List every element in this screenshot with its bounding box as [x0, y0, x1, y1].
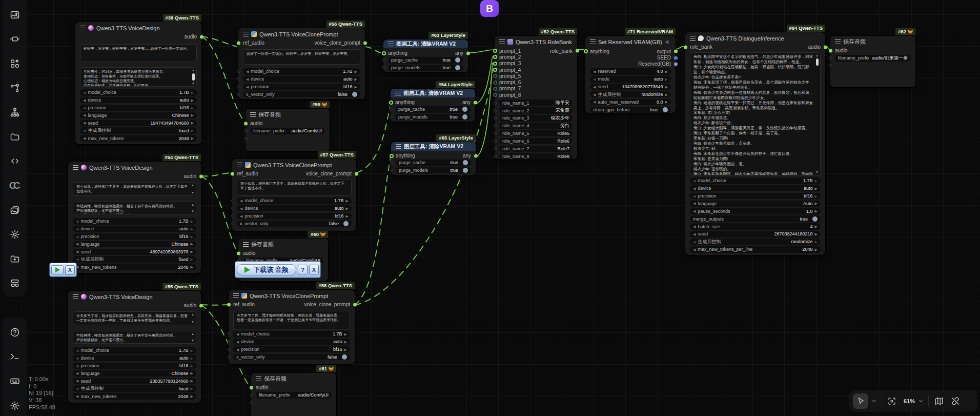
widget-max_new_tokens[interactable]: ◀max_new_tokens2048▶ — [73, 393, 196, 400]
widget-batch_size[interactable]: ◀batch_size4▶ — [690, 223, 821, 230]
decrement-icon[interactable]: ◀ — [246, 85, 249, 89]
scroll-down-icon[interactable]: ▼ — [191, 191, 194, 195]
widget-role_name_2[interactable]: role_name_2宋集薪 — [499, 107, 573, 114]
sidebar-item-gear[interactable] — [3, 393, 27, 416]
increment-icon[interactable]: ▶ — [815, 179, 818, 183]
toggle-knob[interactable] — [663, 107, 668, 112]
toggle-knob[interactable] — [342, 354, 347, 360]
increment-icon[interactable]: ▶ — [191, 220, 193, 223]
menu-icon[interactable] — [243, 242, 249, 247]
decrement-icon[interactable]: ◀ — [246, 70, 249, 73]
decrement-icon[interactable]: ◀ — [693, 248, 696, 251]
node-63[interactable]: #63 LayerStyle图层工具: 清除VRAM V2anythingany… — [383, 39, 468, 72]
output-dot[interactable] — [474, 154, 478, 157]
input-socket[interactable] — [228, 332, 231, 335]
widget-max_new_tokens_per_line[interactable]: ◀max_new_tokens_per_line2048▶ — [690, 246, 821, 253]
scrollbar[interactable]: ▲▼ — [191, 203, 195, 213]
input-dot[interactable] — [237, 41, 240, 45]
input-socket[interactable] — [494, 109, 497, 112]
toggle-knob[interactable] — [463, 168, 468, 173]
scroll-thumb[interactable] — [192, 73, 195, 81]
node-titlebar[interactable]: 图层工具: 清除VRAM V2 — [383, 39, 468, 48]
widget-merge_outputs[interactable]: merge_outputstrue — [690, 215, 821, 222]
node-titlebar[interactable]: Qwen3-TTS VoiceClonePrompt — [238, 28, 365, 39]
increment-icon[interactable]: ▶ — [665, 70, 668, 73]
increment-icon[interactable]: ▶ — [346, 214, 349, 218]
decrement-icon[interactable]: ◀ — [236, 340, 239, 344]
menu-icon[interactable] — [250, 112, 256, 117]
increment-icon[interactable]: ▶ — [665, 77, 668, 81]
decrement-icon[interactable]: ◀ — [240, 207, 242, 210]
sidebar-item-layout[interactable] — [3, 271, 27, 296]
menu-icon[interactable] — [73, 165, 78, 170]
decrement-icon[interactable]: ◀ — [593, 85, 596, 89]
node-link[interactable] — [676, 46, 684, 49]
increment-icon[interactable]: ▶ — [191, 235, 193, 239]
scroll-thumb[interactable] — [816, 58, 819, 66]
scroll-up-icon[interactable]: ▲ — [191, 203, 194, 207]
input-dot[interactable] — [493, 68, 497, 72]
increment-icon[interactable]: ▶ — [815, 232, 818, 236]
widget-role_name_1[interactable]: role_name_1陈平安 — [499, 100, 573, 106]
increment-icon[interactable]: ▶ — [191, 387, 193, 390]
widget-生成后控制[interactable]: ◀生成后控制fixed▶ — [73, 256, 196, 263]
input-socket[interactable] — [244, 137, 248, 140]
bizyair-logo-button[interactable]: B — [480, 0, 499, 17]
decrement-icon[interactable]: ◀ — [83, 98, 86, 102]
increment-icon[interactable]: ▶ — [344, 348, 347, 351]
widget-auto_max_reserved[interactable]: ◀auto_max_reserved0.0▶ — [590, 99, 671, 106]
menu-icon[interactable] — [256, 377, 261, 381]
text-widget[interactable]: 碎碎平，岁岁安，碎碎平安，岁岁平安......说好了一封信一文钱的。 — [80, 44, 197, 62]
input-dot[interactable] — [584, 49, 588, 53]
scroll-up-icon[interactable]: ▲ — [192, 69, 195, 72]
sidebar-item-folder-plus[interactable] — [3, 247, 27, 271]
widget-role_name_6[interactable]: role_name_6Role6 — [499, 138, 573, 145]
decrement-icon[interactable]: ◀ — [76, 349, 78, 352]
sidebar-item-code[interactable] — [3, 149, 27, 174]
download-close-button[interactable]: X — [65, 265, 75, 275]
sidebar-item-image-sparkle[interactable] — [3, 3, 27, 27]
increment-icon[interactable]: ▶ — [191, 136, 194, 140]
menu-icon[interactable] — [499, 39, 505, 44]
decrement-icon[interactable]: ◀ — [240, 199, 242, 203]
node-link[interactable] — [356, 105, 391, 173]
widget-reserved[interactable]: ◀reserved4.0▶ — [590, 68, 671, 75]
decrement-icon[interactable]: ◀ — [83, 136, 86, 140]
toggle-knob[interactable] — [352, 92, 357, 97]
download-close-button[interactable]: X — [309, 265, 319, 274]
decrement-icon[interactable]: ◀ — [693, 202, 696, 205]
node-titlebar[interactable]: Qwen3-TTS VoiceDesign — [68, 162, 201, 173]
node-55[interactable]: #55 Qwen-TTSQwen3-TTS VoiceDesignaudio今天… — [68, 291, 201, 403]
widget-precision[interactable]: ◀precisionbf16▶ — [690, 193, 821, 200]
output-dot[interactable] — [576, 49, 579, 53]
text-widget[interactable]: 胆小如鼠，难怪寒门无贵子，莫说是这辈子贫贱任人欺，说不定下辈子也逃不掉。 — [237, 179, 352, 196]
decrement-icon[interactable]: ◀ — [593, 70, 596, 73]
decrement-icon[interactable]: ◀ — [693, 194, 696, 198]
decrement-icon[interactable]: ◀ — [693, 209, 696, 213]
node-61[interactable]: #61保存音频audiofilename_prefixaudio/ComfyUI — [251, 373, 336, 416]
input-socket[interactable] — [494, 155, 497, 158]
output-dot[interactable] — [199, 304, 203, 307]
output-dot[interactable] — [474, 101, 477, 104]
text-widget[interactable]: 旁白: 相比陈平安这个名字的粗浅俗气，邻居少年就要雅致许多，叫宋集薪，就连与他相… — [690, 52, 821, 175]
increment-icon[interactable]: ▶ — [355, 70, 357, 73]
increment-icon[interactable]: ▶ — [191, 98, 194, 102]
minimap-button[interactable] — [931, 397, 947, 406]
menu-icon[interactable] — [80, 26, 86, 30]
widget-device[interactable]: ◀deviceauto▶ — [243, 76, 360, 83]
node-canvas[interactable]: #38 Qwen-TTSQwen3-TTS VoiceDesignaudio碎碎… — [0, 0, 980, 416]
node-64[interactable]: #64 LayerStyle图层工具: 清除VRAM V2anythingany… — [391, 89, 475, 122]
node-titlebar[interactable]: Qwen3-TTS VoiceClonePrompt — [229, 290, 355, 301]
input-dot[interactable] — [244, 122, 248, 125]
menu-icon[interactable] — [395, 91, 401, 95]
increment-icon[interactable]: ▶ — [355, 85, 357, 89]
widget-purge_models[interactable]: purge_modelstrue — [395, 114, 471, 121]
widget-seed[interactable]: ◀seed238357790124060▶ — [73, 378, 196, 385]
node-62[interactable]: #62保存音频audiofilename_prefixaudio/剑来第一章 — [830, 36, 915, 87]
input-dot[interactable] — [829, 49, 832, 52]
sidebar-item-components[interactable] — [3, 51, 27, 76]
widget-clean_gpu_before[interactable]: clean_gpu_beforetrue — [590, 107, 671, 113]
node-71[interactable]: #71 ReservedVRAMSet Reserved VRAM(GB)any… — [585, 36, 676, 113]
input-dot[interactable] — [389, 101, 393, 105]
sidebar-item-photos[interactable] — [3, 198, 27, 223]
